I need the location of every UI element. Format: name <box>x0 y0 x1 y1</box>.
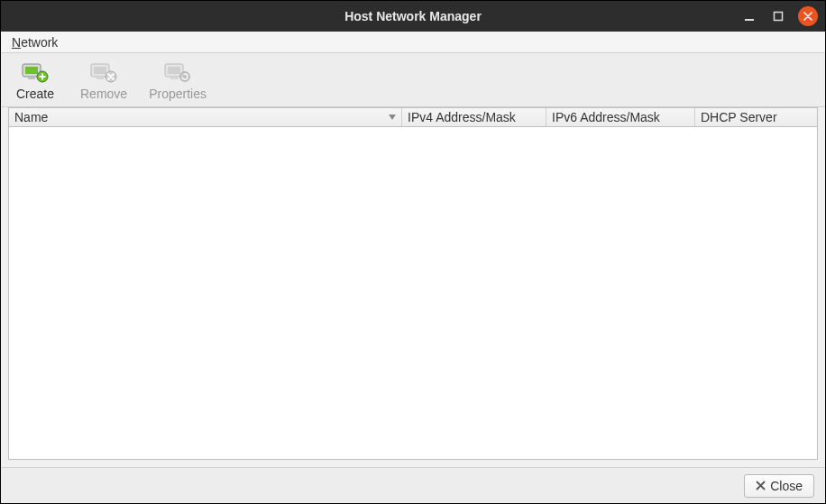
table-body[interactable] <box>8 127 818 460</box>
sort-indicator-icon <box>389 115 396 120</box>
close-window-button[interactable] <box>798 6 818 26</box>
column-header-dhcp[interactable]: DHCP Server <box>695 108 817 126</box>
close-button[interactable]: Close <box>744 474 814 498</box>
minimize-icon <box>744 11 755 22</box>
svg-rect-0 <box>745 19 754 21</box>
close-icon <box>803 12 812 21</box>
column-header-name[interactable]: Name <box>9 108 402 126</box>
content-area <box>1 127 825 467</box>
remove-button-label: Remove <box>80 87 127 101</box>
svg-rect-10 <box>96 77 104 79</box>
table-header: Name IPv4 Address/Mask IPv6 Address/Mask… <box>8 107 818 127</box>
menu-network[interactable]: Network <box>6 33 63 51</box>
footer: Close <box>1 467 825 503</box>
svg-point-16 <box>183 75 187 78</box>
svg-rect-13 <box>168 67 180 74</box>
remove-button: Remove <box>77 58 131 103</box>
maximize-button[interactable] <box>769 7 787 25</box>
toolbar: Create Remove <box>1 53 825 107</box>
create-button[interactable]: Create <box>8 58 62 103</box>
create-icon <box>21 60 50 85</box>
titlebar: Host Network Manager <box>1 1 825 32</box>
column-header-ipv6[interactable]: IPv6 Address/Mask <box>546 108 695 126</box>
svg-rect-7 <box>40 76 46 78</box>
menubar: Network <box>1 32 825 53</box>
close-button-label: Close <box>770 479 803 493</box>
svg-rect-14 <box>170 77 178 79</box>
host-network-manager-window: Host Network Manager Network <box>0 0 826 504</box>
column-header-ipv6-label: IPv6 Address/Mask <box>552 110 660 124</box>
window-title: Host Network Manager <box>344 9 482 23</box>
properties-button-label: Properties <box>149 87 206 101</box>
maximize-icon <box>773 11 784 22</box>
close-button-icon <box>756 481 766 490</box>
column-header-ipv4[interactable]: IPv4 Address/Mask <box>402 108 546 126</box>
window-controls <box>740 6 818 26</box>
minimize-button[interactable] <box>740 7 758 25</box>
column-header-dhcp-label: DHCP Server <box>701 110 777 124</box>
svg-rect-9 <box>94 67 106 74</box>
svg-rect-4 <box>28 77 35 79</box>
svg-rect-3 <box>25 67 38 74</box>
column-header-name-label: Name <box>14 110 48 124</box>
column-header-ipv4-label: IPv4 Address/Mask <box>408 110 516 124</box>
menu-network-rest: etwork <box>21 35 58 50</box>
remove-icon <box>89 60 118 85</box>
menu-network-mnemonic: N <box>12 35 21 50</box>
properties-icon <box>163 60 192 85</box>
create-button-label: Create <box>16 87 54 101</box>
svg-rect-1 <box>775 13 783 21</box>
properties-button: Properties <box>145 58 210 103</box>
